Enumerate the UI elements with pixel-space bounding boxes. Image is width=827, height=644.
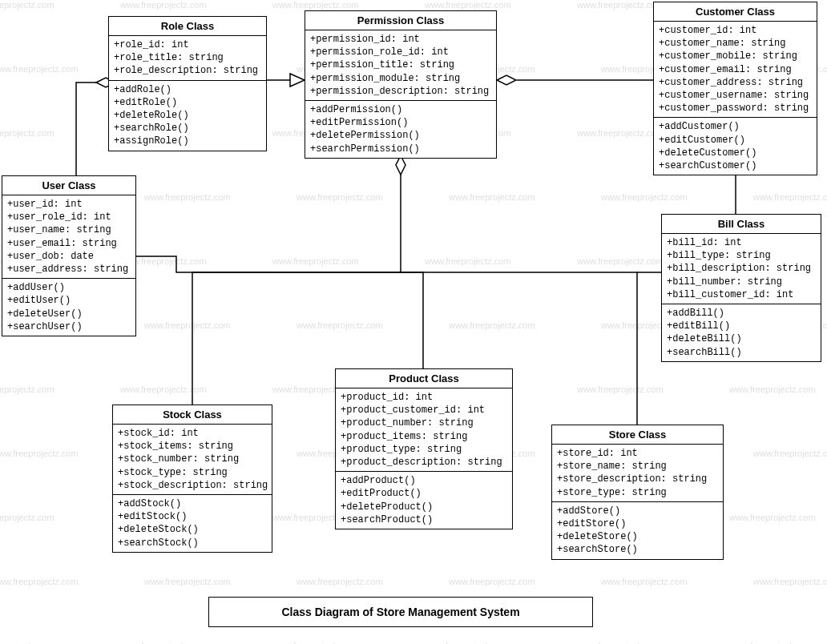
watermark-text: www.freeprojectz.com xyxy=(120,384,207,394)
watermark-text: www.freeprojectz.com xyxy=(0,0,54,10)
watermark-text: www.freeprojectz.com xyxy=(729,641,816,644)
watermark-text: www.freeprojectz.com xyxy=(120,641,207,644)
class-line: +user_role_id: int xyxy=(7,211,131,223)
class-line: +permission_id: int xyxy=(310,33,491,46)
class-line: +editCustomer() xyxy=(659,134,812,147)
class-bill-attributes: +bill_id: int+bill_type: string+bill_des… xyxy=(662,234,821,304)
class-product-methods: +addProduct()+editProduct()+deleteProduc… xyxy=(336,472,512,529)
class-line: +deleteUser() xyxy=(7,308,131,320)
class-line: +product_items: string xyxy=(341,430,507,443)
class-line: +permission_description: string xyxy=(310,85,491,98)
class-customer-attributes: +customer_id: int+customer_name: string+… xyxy=(654,22,817,118)
class-product-header: Product Class xyxy=(336,369,512,388)
watermark-text: www.freeprojectz.com xyxy=(577,256,664,266)
class-customer: Customer Class +customer_id: int+custome… xyxy=(653,2,817,175)
class-line: +editProduct() xyxy=(341,487,507,500)
class-line: +addRole() xyxy=(114,83,261,96)
class-line: +searchStock() xyxy=(118,537,267,549)
class-line: +addPermission() xyxy=(310,103,491,116)
class-bill: Bill Class +bill_id: int+bill_type: stri… xyxy=(661,214,821,362)
watermark-text: www.freeprojectz.com xyxy=(425,641,511,644)
watermark-text: www.freeprojectz.com xyxy=(0,513,54,522)
watermark-text: www.freeprojectz.com xyxy=(753,192,827,202)
class-line: +product_type: string xyxy=(341,443,507,456)
watermark-text: www.freeprojectz.com xyxy=(577,384,664,394)
watermark-text: www.freeprojectz.com xyxy=(0,64,79,74)
class-line: +editStore() xyxy=(557,517,718,530)
watermark-text: www.freeprojectz.com xyxy=(0,384,54,394)
watermark-text: www.freeprojectz.com xyxy=(729,384,816,394)
class-line: +stock_items: string xyxy=(118,440,267,453)
class-line: +user_name: string xyxy=(7,223,131,236)
class-line: +product_customer_id: int xyxy=(341,404,507,417)
class-line: +deleteBill() xyxy=(667,332,816,345)
watermark-text: www.freeprojectz.com xyxy=(297,320,383,330)
watermark-text: www.freeprojectz.com xyxy=(577,641,664,644)
class-line: +product_id: int xyxy=(341,391,507,404)
class-line: +addStore() xyxy=(557,505,718,517)
class-line: +user_email: string xyxy=(7,237,131,250)
class-line: +customer_password: string xyxy=(659,102,812,115)
class-user-methods: +addUser()+editUser()+deleteUser()+searc… xyxy=(2,279,135,336)
class-line: +searchPermission() xyxy=(310,143,491,155)
class-product: Product Class +product_id: int+product_c… xyxy=(335,368,513,529)
class-line: +editPermission() xyxy=(310,116,491,129)
class-product-attributes: +product_id: int+product_customer_id: in… xyxy=(336,388,512,472)
class-permission-methods: +addPermission()+editPermission()+delete… xyxy=(305,101,496,158)
class-line: +customer_id: int xyxy=(659,24,812,37)
class-line: +customer_mobile: string xyxy=(659,50,812,62)
class-line: +role_id: int xyxy=(114,38,261,51)
class-line: +stock_id: int xyxy=(118,427,267,440)
class-line: +searchProduct() xyxy=(341,513,507,526)
watermark-text: www.freeprojectz.com xyxy=(0,449,79,458)
class-line: +role_description: string xyxy=(114,64,261,77)
class-bill-header: Bill Class xyxy=(662,215,821,234)
watermark-text: www.freeprojectz.com xyxy=(425,0,511,10)
class-line: +deleteStore() xyxy=(557,530,718,543)
class-line: +product_number: string xyxy=(341,417,507,429)
class-line: +bill_id: int xyxy=(667,236,816,249)
class-line: +permission_module: string xyxy=(310,72,491,85)
watermark-text: www.freeprojectz.com xyxy=(449,192,535,202)
class-role-attributes: +role_id: int+role_title: string+role_de… xyxy=(109,36,266,81)
watermark-text: www.freeprojectz.com xyxy=(449,320,535,330)
class-line: +searchCustomer() xyxy=(659,159,812,172)
svg-marker-4 xyxy=(497,75,516,85)
class-stock: Stock Class +stock_id: int+stock_items: … xyxy=(112,405,272,553)
class-customer-methods: +addCustomer()+editCustomer()+deleteCust… xyxy=(654,118,817,175)
watermark-text: www.freeprojectz.com xyxy=(0,641,54,644)
class-line: +bill_type: string xyxy=(667,249,816,262)
class-line: +searchRole() xyxy=(114,122,261,135)
class-line: +customer_address: string xyxy=(659,76,812,89)
class-line: +permission_role_id: int xyxy=(310,46,491,58)
class-line: +user_dob: date xyxy=(7,250,131,263)
class-line: +bill_customer_id: int xyxy=(667,288,816,301)
class-role-header: Role Class xyxy=(109,17,266,36)
class-line: +product_description: string xyxy=(341,456,507,469)
class-line: +customer_name: string xyxy=(659,37,812,50)
class-bill-methods: +addBill()+editBill()+deleteBill()+searc… xyxy=(662,304,821,361)
class-customer-header: Customer Class xyxy=(654,2,817,22)
watermark-text: www.freeprojectz.com xyxy=(144,192,231,202)
class-user: User Class +user_id: int+user_role_id: i… xyxy=(2,175,136,336)
watermark-text: www.freeprojectz.com xyxy=(601,192,688,202)
class-role: Role Class +role_id: int+role_title: str… xyxy=(108,16,267,151)
class-store: Store Class +store_id: int+store_name: s… xyxy=(551,425,724,560)
diagram-title: Class Diagram of Store Management System xyxy=(208,597,593,627)
watermark-text: www.freeprojectz.com xyxy=(577,128,664,138)
watermark-text: www.freeprojectz.com xyxy=(120,0,207,10)
class-line: +searchUser() xyxy=(7,320,131,333)
class-line: +deletePermission() xyxy=(310,129,491,142)
class-line: +addUser() xyxy=(7,281,131,294)
watermark-text: www.freeprojectz.com xyxy=(601,577,688,586)
watermark-text: www.freeprojectz.com xyxy=(297,577,383,586)
class-store-attributes: +store_id: int+store_name: string+store_… xyxy=(552,445,723,502)
class-line: +store_type: string xyxy=(557,486,718,499)
watermark-text: www.freeprojectz.com xyxy=(297,192,383,202)
class-line: +stock_description: string xyxy=(118,479,267,492)
watermark-text: www.freeprojectz.com xyxy=(753,577,827,586)
class-line: +addStock() xyxy=(118,497,267,510)
watermark-text: www.freeprojectz.com xyxy=(272,256,359,266)
class-line: +bill_description: string xyxy=(667,262,816,275)
class-stock-methods: +addStock()+editStock()+deleteStock()+se… xyxy=(113,495,272,552)
